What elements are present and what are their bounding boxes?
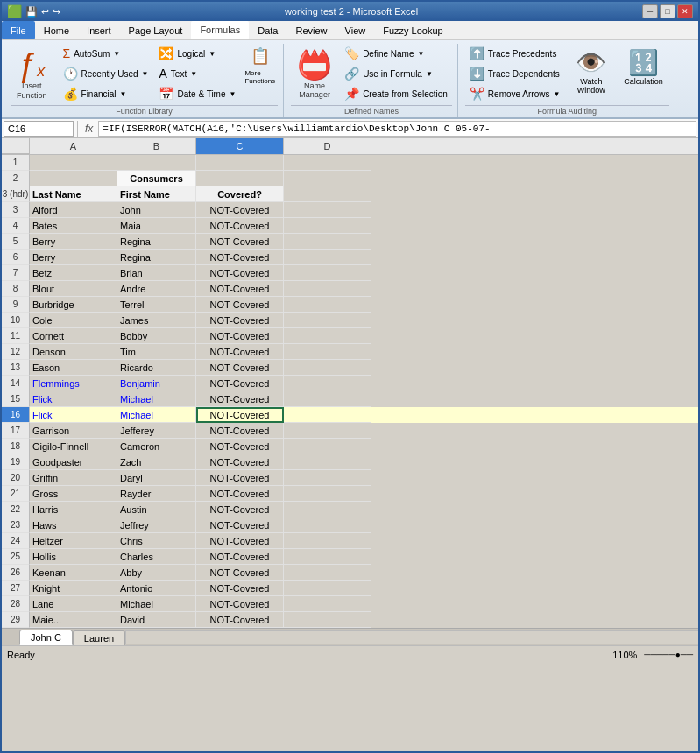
cell-a26[interactable]: Keenan xyxy=(30,565,117,581)
cell-a27[interactable]: Knight xyxy=(30,581,117,596)
cell-b24[interactable]: Chris xyxy=(117,533,196,549)
cell-c3[interactable]: NOT-Covered xyxy=(196,202,284,218)
cell-b9[interactable]: Terrel xyxy=(117,297,196,313)
cell-b12[interactable]: Tim xyxy=(117,344,196,360)
cell-b6[interactable]: Regina xyxy=(117,250,196,265)
cell-c4[interactable]: NOT-Covered xyxy=(196,218,284,234)
cell-d25[interactable] xyxy=(284,549,371,565)
cell-b4[interactable]: Maia xyxy=(117,218,196,234)
row-header[interactable]: 24 xyxy=(2,533,30,549)
cell-d2[interactable] xyxy=(284,171,371,186)
cell-d18[interactable] xyxy=(284,439,371,454)
cell-c18[interactable]: NOT-Covered xyxy=(196,439,284,454)
cell-a18[interactable]: Gigilo-Finnell xyxy=(30,439,117,454)
cell-d14[interactable] xyxy=(284,376,371,391)
name-manager-button[interactable]: 📛 NameManager xyxy=(291,44,338,103)
menu-fuzzy-lookup[interactable]: Fuzzy Lookup xyxy=(374,21,451,39)
cell-c25[interactable]: NOT-Covered xyxy=(196,549,284,565)
trace-precedents-button[interactable]: ⬆️ Trace Precedents xyxy=(465,44,565,63)
cell-b7[interactable]: Brian xyxy=(117,265,196,281)
minimize-button[interactable]: ─ xyxy=(642,4,658,18)
cell-c2[interactable] xyxy=(196,171,284,186)
cell-a24[interactable]: Heltzer xyxy=(30,533,117,549)
cell-a14[interactable]: Flemmings xyxy=(30,376,117,391)
row-header[interactable]: 1 xyxy=(2,155,30,171)
cell-b8[interactable]: Andre xyxy=(117,281,196,297)
cell-a22[interactable]: Harris xyxy=(30,502,117,517)
cell-d12[interactable] xyxy=(284,344,371,360)
cell-c21[interactable]: NOT-Covered xyxy=(196,486,284,502)
cell-d24[interactable] xyxy=(284,533,371,549)
cell-d8[interactable] xyxy=(284,281,371,297)
row-header[interactable]: 21 xyxy=(2,486,30,502)
cell-a8[interactable]: Blout xyxy=(30,281,117,297)
cell-d19[interactable] xyxy=(284,454,371,470)
cell-c17[interactable]: NOT-Covered xyxy=(196,423,284,439)
row-header[interactable]: 11 xyxy=(2,328,30,344)
row-header[interactable]: 3 xyxy=(2,202,30,218)
define-name-button[interactable]: 🏷️ Define Name ▼ xyxy=(340,44,452,63)
text-button[interactable]: A Text ▼ xyxy=(154,64,240,83)
close-button[interactable]: ✕ xyxy=(677,4,693,18)
cell-c20[interactable]: NOT-Covered xyxy=(196,470,284,486)
maximize-button[interactable]: □ xyxy=(660,4,675,18)
cell-c9[interactable]: NOT-Covered xyxy=(196,297,284,313)
cell-a7[interactable]: Betz xyxy=(30,265,117,281)
sheet-tab-john-c[interactable]: John C xyxy=(19,630,73,645)
cell-d26[interactable] xyxy=(284,565,371,581)
cell-a12[interactable]: Denson xyxy=(30,344,117,360)
cell-c6[interactable]: NOT-Covered xyxy=(196,250,284,265)
create-from-selection-button[interactable]: 📌 Create from Selection xyxy=(340,84,452,103)
cell-c19[interactable]: NOT-Covered xyxy=(196,454,284,470)
cell-b26[interactable]: Abby xyxy=(117,565,196,581)
cell-b27[interactable]: Antonio xyxy=(117,581,196,596)
cell-c14[interactable]: NOT-Covered xyxy=(196,376,284,391)
cell-a17[interactable]: Garrison xyxy=(30,423,117,439)
cell-b1[interactable] xyxy=(117,155,196,171)
cell-c8[interactable]: NOT-Covered xyxy=(196,281,284,297)
name-box[interactable] xyxy=(4,121,74,137)
calculation-button[interactable]: 🔢 Calculation xyxy=(618,44,669,90)
cell-c16[interactable]: NOT-Covered xyxy=(196,407,284,423)
menu-home[interactable]: Home xyxy=(35,21,78,39)
row-header[interactable]: 8 xyxy=(2,281,30,297)
cell-c3hdr[interactable]: Covered? xyxy=(196,186,284,202)
cell-a10[interactable]: Cole xyxy=(30,313,117,328)
cell-d4[interactable] xyxy=(284,218,371,234)
cell-c22[interactable]: NOT-Covered xyxy=(196,502,284,517)
row-header[interactable]: 6 xyxy=(2,250,30,265)
cell-a6[interactable]: Berry xyxy=(30,250,117,265)
row-header[interactable]: 12 xyxy=(2,344,30,360)
row-header[interactable]: 22 xyxy=(2,502,30,517)
cell-a20[interactable]: Griffin xyxy=(30,470,117,486)
row-header[interactable]: 10 xyxy=(2,313,30,328)
cell-d23[interactable] xyxy=(284,517,371,533)
autosum-button[interactable]: Σ AutoSum ▼ xyxy=(59,44,153,63)
row-header[interactable]: 23 xyxy=(2,517,30,533)
cell-d29[interactable] xyxy=(284,612,371,628)
cell-b11[interactable]: Bobby xyxy=(117,328,196,344)
recently-used-button[interactable]: 🕐 Recently Used ▼ xyxy=(59,64,153,83)
cell-d1[interactable] xyxy=(284,155,371,171)
cell-a21[interactable]: Gross xyxy=(30,486,117,502)
row-header[interactable]: 26 xyxy=(2,565,30,581)
cell-c12[interactable]: NOT-Covered xyxy=(196,344,284,360)
horizontal-scrollbar[interactable] xyxy=(125,630,698,644)
cell-b2[interactable]: Consumers xyxy=(117,171,196,186)
row-header[interactable]: 27 xyxy=(2,581,30,596)
cell-d5[interactable] xyxy=(284,234,371,250)
row-header[interactable]: 20 xyxy=(2,470,30,486)
cell-b20[interactable]: Daryl xyxy=(117,470,196,486)
cell-b17[interactable]: Jefferey xyxy=(117,423,196,439)
cell-b25[interactable]: Charles xyxy=(117,549,196,565)
cell-a11[interactable]: Cornett xyxy=(30,328,117,344)
col-header-c[interactable]: C xyxy=(196,138,284,154)
cell-c23[interactable]: NOT-Covered xyxy=(196,517,284,533)
row-header[interactable]: 25 xyxy=(2,549,30,565)
cell-c7[interactable]: NOT-Covered xyxy=(196,265,284,281)
cell-c29[interactable]: NOT-Covered xyxy=(196,612,284,628)
menu-review[interactable]: Review xyxy=(286,21,336,39)
date-time-button[interactable]: 📅 Date & Time ▼ xyxy=(154,84,240,103)
cell-b10[interactable]: James xyxy=(117,313,196,328)
cell-a16[interactable]: Flick xyxy=(30,407,117,423)
